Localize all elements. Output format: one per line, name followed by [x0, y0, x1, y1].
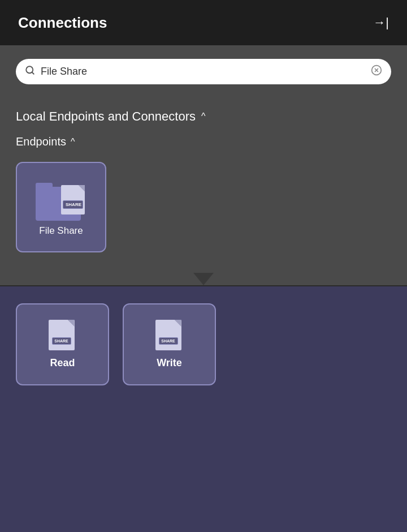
sub-section-title: Endpoints	[16, 135, 66, 148]
read-label: Read	[50, 357, 75, 369]
write-label: Write	[157, 357, 182, 369]
sub-section-chevron: ^	[71, 137, 75, 147]
section-header[interactable]: Local Endpoints and Connectors ^	[16, 109, 391, 124]
cards-area: SHARE File Share	[0, 162, 407, 264]
bottom-section: SHARE Read SHARE Write	[0, 286, 407, 532]
write-badge: SHARE	[159, 337, 178, 345]
search-icon	[25, 65, 35, 78]
file-share-icon: SHARE	[36, 178, 86, 221]
main-content: Local Endpoints and Connectors ^ Endpoin…	[0, 98, 407, 162]
search-area	[0, 45, 407, 98]
app-header: Connections →|	[0, 0, 407, 45]
doc-icon: SHARE	[61, 185, 86, 216]
file-share-card[interactable]: SHARE File Share	[16, 162, 106, 252]
share-write-card[interactable]: SHARE Write	[123, 303, 216, 385]
divider-area	[0, 264, 407, 286]
collapse-icon[interactable]: →|	[373, 15, 389, 30]
search-clear-icon[interactable]	[371, 65, 382, 79]
sub-section-header[interactable]: Endpoints ^	[16, 135, 391, 148]
down-arrow-icon	[193, 273, 214, 285]
search-input[interactable]	[41, 66, 365, 78]
header-title: Connections	[18, 14, 107, 32]
svg-line-1	[32, 72, 33, 74]
read-doc-icon: SHARE	[49, 320, 77, 353]
doc-badge: SHARE	[63, 200, 83, 209]
write-doc-icon: SHARE	[155, 320, 184, 353]
share-read-card[interactable]: SHARE Read	[16, 303, 109, 385]
file-share-label: File Share	[39, 225, 83, 237]
search-bar	[16, 59, 391, 84]
section-chevron: ^	[201, 111, 206, 122]
read-badge: SHARE	[52, 337, 71, 345]
section-title: Local Endpoints and Connectors	[16, 109, 196, 124]
